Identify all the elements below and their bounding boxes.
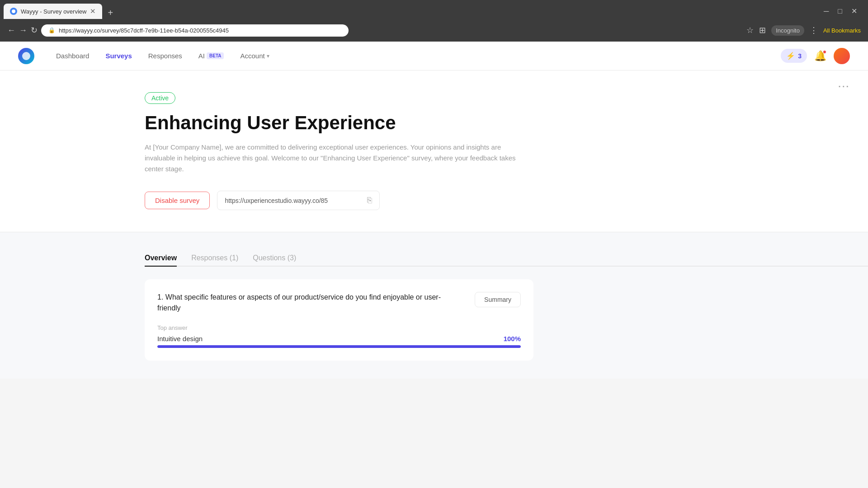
active-tab[interactable]: Wayyy - Survey overview ✕ xyxy=(4,4,102,19)
notification-badge xyxy=(823,50,826,54)
nav-responses[interactable]: Responses xyxy=(141,48,189,63)
incognito-label: Incognito xyxy=(776,27,800,34)
address-bar[interactable]: 🔒 https://wayyy.co/survey/85c7dcff-7e9b-… xyxy=(41,24,349,37)
top-answer-label: Top answer xyxy=(157,324,521,331)
nav-surveys[interactable]: Surveys xyxy=(98,48,139,63)
account-label: Account xyxy=(240,52,264,60)
new-tab-button[interactable]: + xyxy=(104,6,117,19)
incognito-indicator: Incognito xyxy=(771,25,804,36)
maximize-button[interactable]: □ xyxy=(834,5,846,17)
main-nav: Dashboard Surveys Responses AI BETA Acco… xyxy=(49,48,277,63)
disable-survey-button[interactable]: Disable survey xyxy=(145,192,210,209)
avatar[interactable] xyxy=(834,48,850,64)
survey-description: At [Your Company Name], we are committed… xyxy=(145,142,524,174)
close-window-button[interactable]: ✕ xyxy=(848,5,861,17)
app-logo[interactable] xyxy=(18,48,34,64)
survey-title: Enhancing User Experience xyxy=(145,112,868,134)
nav-dashboard[interactable]: Dashboard xyxy=(49,48,96,63)
address-text: https://wayyy.co/survey/85c7dcff-7e9b-11… xyxy=(59,27,229,34)
browser-menu-icon[interactable]: ⋮ xyxy=(810,25,818,35)
tab-responses[interactable]: Responses (1) xyxy=(191,250,238,266)
forward-button[interactable]: → xyxy=(19,26,27,35)
lock-icon: 🔒 xyxy=(48,27,55,33)
bookmarks-label: All Bookmarks xyxy=(823,27,861,34)
ai-label: AI xyxy=(198,52,205,60)
app-header: Dashboard Surveys Responses AI BETA Acco… xyxy=(0,42,868,70)
back-button[interactable]: ← xyxy=(7,26,15,35)
bookmark-star-icon[interactable]: ☆ xyxy=(746,25,754,35)
points-icon: ⚡ xyxy=(786,52,795,60)
answer-percentage: 100% xyxy=(504,335,521,343)
survey-actions: Disable survey https://uxperiencestudio.… xyxy=(145,191,868,210)
app-container: Dashboard Surveys Responses AI BETA Acco… xyxy=(0,42,868,379)
tab-close-icon[interactable]: ✕ xyxy=(90,7,96,15)
survey-url-text: https://uxperiencestudio.wayyy.co/85 xyxy=(225,197,328,204)
progress-bar-fill xyxy=(157,345,521,348)
copy-icon[interactable]: ⎘ xyxy=(367,196,372,205)
notifications-button[interactable]: 🔔 xyxy=(814,50,826,62)
more-options-button[interactable]: ··· xyxy=(838,81,850,92)
tab-questions[interactable]: Questions (3) xyxy=(253,250,296,266)
survey-url-field[interactable]: https://uxperiencestudio.wayyy.co/85 ⎘ xyxy=(217,191,380,210)
survey-header: ··· Active Enhancing User Experience At … xyxy=(0,70,868,232)
minimize-button[interactable]: ─ xyxy=(820,5,832,17)
answer-text: Intuitive design xyxy=(157,335,203,343)
nav-ai[interactable]: AI BETA xyxy=(191,48,231,63)
chevron-down-icon: ▾ xyxy=(267,53,269,59)
question-card: 1. What specific features or aspects of … xyxy=(145,279,533,361)
tab-title: Wayyy - Survey overview xyxy=(21,8,86,15)
question-header: 1. What specific features or aspects of … xyxy=(157,292,521,314)
content-section: Overview Responses (1) Questions (3) 1. … xyxy=(0,232,868,379)
question-text: 1. What specific features or aspects of … xyxy=(157,292,464,314)
top-answer-section: Top answer Intuitive design 100% xyxy=(157,324,521,348)
tab-favicon xyxy=(10,8,17,15)
browser-chrome: Wayyy - Survey overview ✕ + ─ □ ✕ ← → ↻ … xyxy=(0,0,868,42)
browser-extensions-icon[interactable]: ⊞ xyxy=(759,25,766,35)
tab-overview[interactable]: Overview xyxy=(145,250,177,267)
nav-account[interactable]: Account ▾ xyxy=(233,48,276,63)
summary-button[interactable]: Summary xyxy=(475,292,521,307)
answer-row: Intuitive design 100% xyxy=(157,335,521,343)
reload-button[interactable]: ↻ xyxy=(31,25,38,35)
points-chip[interactable]: ⚡ 3 xyxy=(781,49,807,63)
beta-badge: BETA xyxy=(207,52,224,59)
progress-bar-background xyxy=(157,345,521,348)
header-right: ⚡ 3 🔔 xyxy=(781,48,850,64)
tabs-bar: Overview Responses (1) Questions (3) xyxy=(145,250,868,267)
status-badge: Active xyxy=(145,92,175,104)
points-value: 3 xyxy=(798,52,802,60)
